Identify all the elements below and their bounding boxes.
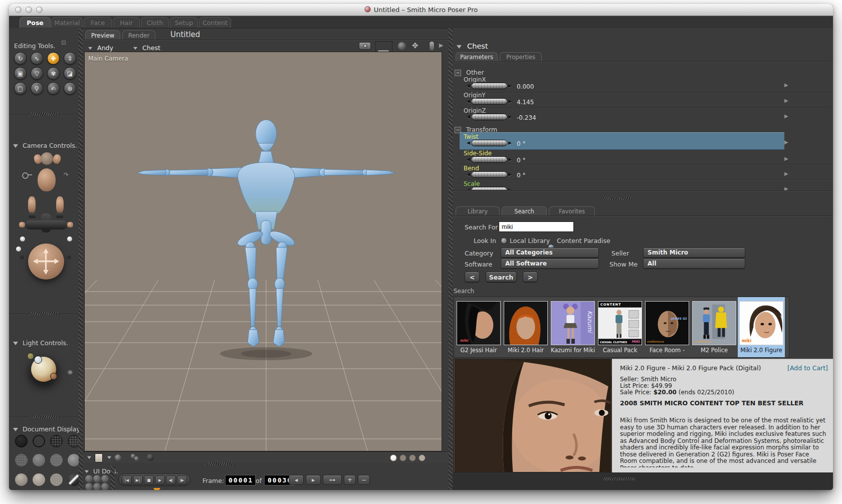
param-value[interactable]: -0.234 bbox=[517, 114, 536, 121]
first-frame-button[interactable]: |◀ bbox=[122, 475, 132, 484]
strip-divider-grip[interactable] bbox=[111, 466, 115, 490]
tab-setup[interactable]: Setup bbox=[170, 17, 198, 28]
depth-cue-menu[interactable] bbox=[87, 456, 91, 459]
camera-hand-right-icon[interactable] bbox=[52, 153, 62, 164]
display-smooth-lined-icon[interactable] bbox=[33, 473, 45, 486]
camera-controls-header[interactable]: Camera Controls. bbox=[13, 140, 77, 150]
result-g2-jessi-hair[interactable]: miki G2 Jessi Hair bbox=[455, 297, 502, 357]
param-menu-arrow[interactable]: ▶ bbox=[784, 113, 788, 119]
current-frame-counter[interactable]: 00001 bbox=[226, 475, 255, 485]
tool-chain-break[interactable]: ▢ bbox=[14, 82, 27, 95]
parameters-header[interactable]: Chest bbox=[457, 41, 488, 51]
point-hand-right-icon[interactable] bbox=[67, 222, 73, 227]
result-m2-police[interactable]: smithmicro M2 Police bbox=[691, 297, 738, 357]
add-to-cart-link[interactable]: [Add to Cart] bbox=[787, 364, 828, 372]
dial-originy[interactable]: ◀▶ bbox=[467, 98, 512, 105]
actor-menu[interactable]: Andy bbox=[88, 43, 113, 52]
tool-taper[interactable]: ▽ bbox=[31, 67, 43, 80]
camera-dot-4[interactable] bbox=[20, 256, 24, 260]
ui-dot[interactable] bbox=[93, 475, 101, 482]
camera-head-top-icon[interactable] bbox=[41, 152, 53, 165]
dolly-camera-horizontal[interactable] bbox=[25, 220, 67, 229]
camera-controls-cluster[interactable]: ↷ bbox=[13, 152, 79, 298]
tool-grouping[interactable]: ✍ bbox=[47, 82, 60, 95]
camera-view-icon[interactable] bbox=[359, 42, 371, 50]
panel-resize-grip[interactable] bbox=[205, 462, 235, 465]
tool-twist[interactable]: ∿ bbox=[31, 52, 43, 65]
tab-preview[interactable]: Preview bbox=[85, 30, 120, 40]
display-dot-tan-1[interactable] bbox=[399, 454, 406, 461]
display-silhouette-icon[interactable] bbox=[15, 435, 28, 447]
horizontal-scroll-grip[interactable] bbox=[603, 477, 635, 480]
panel-corner-widget[interactable] bbox=[62, 41, 66, 45]
tab-pose[interactable]: Pose bbox=[20, 17, 51, 28]
param-menu-arrow[interactable]: ▶ bbox=[784, 156, 788, 161]
result-miki-2-figure[interactable]: miki Miki 2.0 Figure bbox=[738, 297, 785, 357]
local-library-label[interactable]: Local Library bbox=[510, 237, 550, 244]
tab-content[interactable]: Content bbox=[199, 17, 231, 28]
param-menu-arrow[interactable]: ▶ bbox=[784, 98, 788, 103]
tab-search[interactable]: Search bbox=[502, 206, 547, 215]
light-indicator-2[interactable] bbox=[34, 356, 42, 364]
display-lit-wireframe-icon[interactable] bbox=[15, 454, 28, 466]
dial-originx[interactable]: ◀▶ bbox=[467, 83, 512, 89]
light-controls-widget[interactable]: ☼ bbox=[19, 353, 79, 393]
light-indicator-3[interactable] bbox=[50, 373, 57, 380]
ui-dot[interactable] bbox=[85, 483, 93, 490]
panel-resize-grip[interactable] bbox=[30, 113, 59, 116]
light-controls-header[interactable]: Light Controls. bbox=[13, 338, 68, 347]
result-casual-pack[interactable]: CONTENT CASUAL CLOTHES MIKI Casual Pack bbox=[596, 297, 644, 357]
camera-dot-5[interactable] bbox=[67, 256, 71, 260]
capsule-tool-icon[interactable] bbox=[429, 41, 435, 51]
display-outline-icon[interactable] bbox=[33, 435, 45, 447]
tool-translate-pull[interactable]: ✥ bbox=[47, 52, 60, 65]
collapse-box-icon[interactable]: − bbox=[455, 70, 461, 76]
result-kazumi-for-miki[interactable]: Kazumi Kazumi for Miki bbox=[549, 297, 596, 357]
param-menu-arrow[interactable]: ▶ bbox=[784, 139, 788, 145]
panel-resize-grip[interactable] bbox=[603, 197, 632, 200]
point-hand-left-icon[interactable] bbox=[19, 222, 25, 227]
title-bar[interactable]: Untitled – Smith Micro Poser Pro bbox=[9, 4, 833, 16]
camera-dot-2[interactable] bbox=[16, 246, 21, 251]
stop-button[interactable]: ■ bbox=[144, 475, 154, 484]
display-dot-light[interactable] bbox=[418, 454, 426, 461]
panel-resize-grip[interactable] bbox=[30, 312, 59, 315]
display-flat-lined-icon[interactable] bbox=[50, 454, 63, 466]
tab-render[interactable]: Render bbox=[122, 30, 155, 40]
ui-dots-grid[interactable] bbox=[85, 475, 109, 490]
show-me-dropdown[interactable]: All bbox=[643, 259, 745, 269]
display-flat-shaded-icon[interactable] bbox=[33, 454, 45, 466]
param-value[interactable]: 0 ° bbox=[517, 140, 525, 147]
group-other[interactable]: − Other bbox=[455, 67, 484, 77]
key-camera-icon[interactable] bbox=[22, 172, 29, 179]
sidebar-drag-strip[interactable] bbox=[79, 28, 83, 490]
tab-parameters[interactable]: Parameters bbox=[456, 52, 498, 61]
dial-originz[interactable]: ◀▶ bbox=[467, 114, 512, 120]
param-value[interactable]: 0.000 bbox=[517, 83, 534, 90]
param-menu-arrow[interactable]: ▶ bbox=[784, 171, 788, 176]
add-keyframe-button[interactable]: + bbox=[344, 475, 356, 485]
prev-keyframe-button[interactable]: ◀ bbox=[289, 475, 304, 485]
content-paradise-label[interactable]: Content Paradise bbox=[557, 237, 610, 244]
param-value[interactable]: 4.145 bbox=[517, 99, 534, 106]
left-hand-camera-icon[interactable] bbox=[28, 196, 36, 212]
ui-dot[interactable] bbox=[93, 483, 101, 490]
tab-cloth[interactable]: Cloth bbox=[141, 17, 169, 28]
tool-rotate[interactable]: ↻ bbox=[14, 52, 27, 65]
tracking-mini-2[interactable] bbox=[134, 456, 139, 461]
category-dropdown[interactable]: All Categories bbox=[501, 247, 599, 258]
tab-favorites[interactable]: Favorites bbox=[549, 206, 595, 215]
display-wireframe-icon[interactable] bbox=[50, 435, 63, 447]
brightness-sun-icon[interactable]: ☼ bbox=[67, 369, 73, 376]
play-button[interactable]: ▶ bbox=[155, 475, 165, 484]
shadow-menu[interactable] bbox=[107, 456, 111, 459]
tool-translate-in-out[interactable]: ⇕ bbox=[64, 52, 76, 65]
dial-bend[interactable]: ◀▶ bbox=[467, 171, 512, 178]
document-display-header[interactable]: Document Display bbox=[13, 424, 80, 433]
tracking-full-icon[interactable] bbox=[147, 454, 154, 461]
tab-hair[interactable]: Hair bbox=[113, 17, 140, 28]
rotate-camera-icon[interactable]: ↷ bbox=[64, 171, 69, 178]
dial-side-side[interactable]: ◀▶ bbox=[467, 156, 512, 163]
next-keyframe-button[interactable]: ▶ bbox=[306, 475, 321, 485]
ui-dot[interactable] bbox=[101, 483, 109, 490]
